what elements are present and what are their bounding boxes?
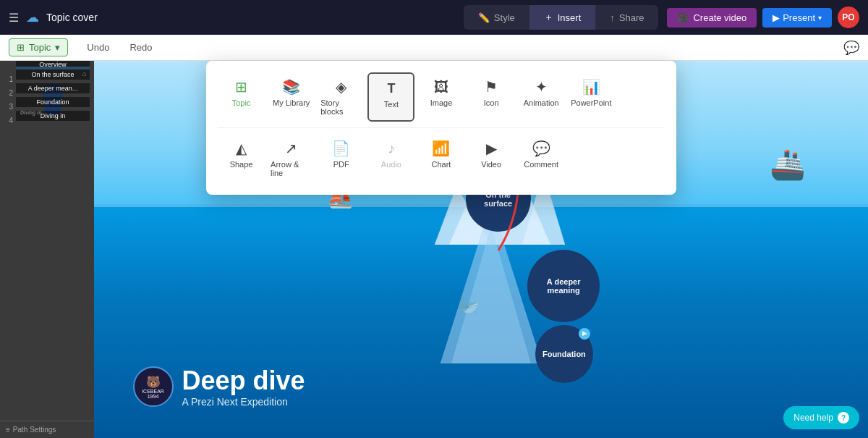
style-icon: ✏️ xyxy=(478,12,490,23)
chevron-down-icon: ▾ xyxy=(818,14,822,22)
logo-year: 1994 xyxy=(148,394,159,399)
slide-row-4: 4 Diving in Diving in xyxy=(4,117,90,125)
insert-video[interactable]: ▶ Video xyxy=(468,134,515,183)
insert-audio[interactable]: ♪ Audio xyxy=(367,134,414,183)
deep-dive-logo-area: 🐻 ICEBEAR 1994 Deep dive A Prezi Next Ex… xyxy=(133,366,305,408)
insert-shape[interactable]: ◭ Shape xyxy=(218,134,265,183)
powerpoint-icon: 📊 xyxy=(582,78,600,96)
create-video-button[interactable]: 🎥 Create video xyxy=(667,8,757,28)
slide-label-2: A deeper mean... xyxy=(16,83,90,93)
play-icon: ▶ xyxy=(773,12,780,23)
flag-icon: ⚑ xyxy=(482,78,500,96)
insert-image[interactable]: 🖼 Image xyxy=(417,72,464,122)
avatar: PO xyxy=(838,7,859,28)
doc-title: Topic cover xyxy=(46,12,98,23)
secondary-toolbar: ⊞ Topic ▾ Undo Redo 💬 xyxy=(0,35,868,61)
redo-button[interactable]: Redo xyxy=(119,38,162,57)
tab-style[interactable]: ✏️ Style xyxy=(464,7,529,29)
logo-circle: 🐻 ICEBEAR 1994 xyxy=(133,366,174,407)
text-insert-icon: T xyxy=(383,80,400,97)
cloud-icon: ☁ xyxy=(26,9,39,25)
slide-panel: ⌂ Overview 1 On the surface 2 xyxy=(0,61,94,438)
insert-arrow-line[interactable]: ↗ Arrow & line xyxy=(268,134,315,183)
topic-insert-icon: ⊞ xyxy=(233,78,250,96)
present-button[interactable]: ▶ Present ▾ xyxy=(762,8,832,28)
topbar: ☰ ☁ Topic cover ✏️ Style ＋ Insert ↑ Shar… xyxy=(0,0,868,35)
slide-label-4: Diving in xyxy=(16,111,90,121)
topic-icon: ⊞ xyxy=(17,42,25,53)
circle-foundation[interactable]: Foundation ▶ xyxy=(535,325,593,383)
slide-label-1: On the surface xyxy=(16,70,90,80)
slide-num-1: 1 xyxy=(4,75,13,83)
path-settings[interactable]: ≡ Path Settings xyxy=(0,421,94,438)
insert-chart[interactable]: 📶 Chart xyxy=(417,134,464,183)
insert-text[interactable]: T Text xyxy=(367,72,414,122)
comment-icon: 💬 xyxy=(532,140,550,157)
pdf-icon: 📄 xyxy=(333,140,350,157)
help-icon: ? xyxy=(838,412,849,424)
logo-name: ICEBEAR xyxy=(142,389,164,394)
tab-insert[interactable]: ＋ Insert xyxy=(529,5,596,30)
animation-icon: ✦ xyxy=(532,78,550,96)
insert-icon[interactable]: ⚑ Icon xyxy=(468,72,515,122)
story-blocks-icon: ◈ xyxy=(333,78,350,96)
dropdown-arrow-icon: ▾ xyxy=(55,42,60,53)
bear-icon: 🐻 xyxy=(146,375,161,389)
chart-icon: 📶 xyxy=(433,140,450,157)
insert-dropdown: ⊞ Topic 📚 My Library ◈ Story blocks T Te… xyxy=(206,61,676,195)
tab-share[interactable]: ↑ Share xyxy=(595,7,658,29)
insert-comment[interactable]: 💬 Comment xyxy=(518,134,565,183)
insert-pdf[interactable]: 📄 PDF xyxy=(318,134,365,183)
insert-grid: ⊞ Topic 📚 My Library ◈ Story blocks T Te… xyxy=(218,72,665,183)
slide-row-1: 1 On the surface xyxy=(4,75,90,83)
library-icon: 📚 xyxy=(283,78,300,96)
video-camera-icon: 🎥 xyxy=(677,12,689,23)
insert-powerpoint[interactable]: 📊 PowerPoint xyxy=(568,72,615,122)
insert-icon: ＋ xyxy=(544,11,553,24)
arrow-icon: ↗ xyxy=(283,140,300,157)
whale: 🐋 xyxy=(458,295,480,315)
need-help-button[interactable]: Need help ? xyxy=(783,406,859,429)
slide-label-overview: Overview xyxy=(16,61,90,70)
insert-story-blocks[interactable]: ◈ Story blocks xyxy=(318,72,365,122)
topic-toggle[interactable]: ⊞ Topic ▾ xyxy=(9,38,68,56)
deep-dive-title: Deep dive A Prezi Next Expedition xyxy=(182,366,305,408)
insert-divider xyxy=(218,127,665,128)
foundation-play-icon: ▶ xyxy=(579,328,590,340)
insert-topic[interactable]: ⊞ Topic xyxy=(218,72,265,122)
topbar-right: 🎥 Create video ▶ Present ▾ PO xyxy=(667,7,859,28)
chat-icon[interactable]: 💬 xyxy=(843,40,859,56)
slide-label-3: Foundation xyxy=(16,97,90,107)
slide-row-2: 2 A deeper mean... xyxy=(4,89,90,97)
path-icon: ≡ xyxy=(6,426,10,434)
slide-row-3: 3 Foundation ▶ xyxy=(4,103,90,111)
insert-my-library[interactable]: 📚 My Library xyxy=(268,72,315,122)
slide-num-3: 3 xyxy=(4,103,13,111)
cargo-ship: 🚢 xyxy=(770,148,806,182)
image-icon: 🖼 xyxy=(433,78,450,96)
undo-button[interactable]: Undo xyxy=(77,38,119,57)
shape-icon: ◭ xyxy=(233,140,250,157)
hamburger-icon[interactable]: ☰ xyxy=(9,11,19,25)
tab-bar: ✏️ Style ＋ Insert ↑ Share xyxy=(464,5,659,30)
circle-deeper-meaning[interactable]: A deeper meaning xyxy=(527,250,600,322)
slide-num-2: 2 xyxy=(4,89,13,97)
topbar-left: ☰ ☁ Topic cover xyxy=(9,9,455,25)
insert-animation[interactable]: ✦ Animation xyxy=(518,72,565,122)
slide-num-4: 4 xyxy=(4,117,13,125)
video-icon: ▶ xyxy=(482,140,500,157)
audio-icon: ♪ xyxy=(383,140,400,157)
share-icon: ↑ xyxy=(610,12,615,23)
